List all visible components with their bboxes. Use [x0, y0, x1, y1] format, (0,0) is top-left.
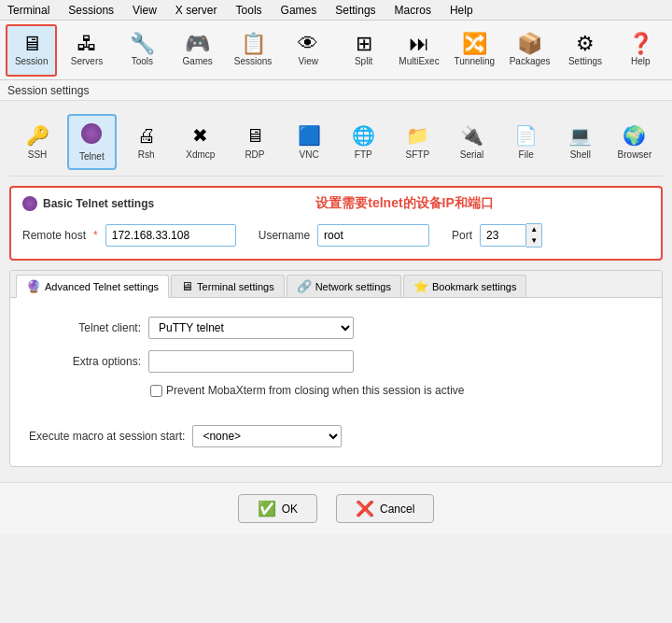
ok-label: OK	[282, 503, 298, 516]
tab-terminal-settings[interactable]: 🖥 Terminal settings	[171, 275, 285, 297]
session-settings-bar: Session settings	[0, 80, 672, 101]
session-type-ssh[interactable]: 🔑 SSH	[13, 114, 62, 170]
toolbar-packages-button[interactable]: 📦 Packages	[504, 24, 555, 77]
toolbar-settings-button[interactable]: ⚙ Settings	[559, 24, 610, 77]
games-icon: 🎮	[185, 34, 210, 54]
port-spinners: ▲ ▼	[526, 223, 542, 248]
cancel-label: Cancel	[380, 503, 414, 516]
ftp-icon: 🌐	[352, 124, 375, 147]
menu-settings[interactable]: Settings	[331, 2, 379, 19]
serial-icon: 🔌	[460, 124, 483, 147]
session-type-vnc[interactable]: 🟦 VNC	[285, 114, 333, 170]
toolbar-multiexec-button[interactable]: ⏭ MultiExec	[393, 24, 444, 77]
rdp-icon: 🖥	[245, 125, 264, 147]
menu-view[interactable]: View	[129, 2, 161, 19]
cancel-icon: ❌	[356, 500, 374, 517]
remote-host-input[interactable]	[105, 224, 236, 247]
basic-settings-dot-icon	[22, 196, 37, 211]
menu-games[interactable]: Games	[277, 2, 321, 19]
prevent-close-label: Prevent MobaXterm from closing when this…	[166, 384, 464, 397]
toolbar-split-button[interactable]: ⊞ Split	[338, 24, 389, 77]
multiexec-icon: ⏭	[409, 34, 429, 54]
tabs-row: 🔮 Advanced Telnet settings 🖥 Terminal se…	[10, 271, 662, 298]
split-icon: ⊞	[356, 34, 372, 54]
telnet-client-row: Telnet client: PuTTY telnet MobaXterm te…	[29, 317, 643, 339]
toolbar-session-button[interactable]: 🖥 Session	[6, 24, 57, 77]
tab-advanced-telnet[interactable]: 🔮 Advanced Telnet settings	[16, 275, 169, 298]
file-icon: 📄	[514, 124, 538, 147]
remote-host-label: Remote host	[22, 229, 86, 242]
toolbar: 🖥 Session 🖧 Servers 🔧 Tools 🎮 Games 📋 Se…	[0, 21, 672, 80]
content-area: 🔑 SSH Telnet 🖨 Rsh ✖ Xdmcp 🖥 RDP 🟦 VNC 🌐…	[0, 101, 672, 474]
toolbar-servers-button[interactable]: 🖧 Servers	[61, 24, 112, 77]
terminal-settings-tab-icon: 🖥	[181, 279, 193, 293]
macro-select[interactable]: <none>	[192, 425, 342, 447]
session-types-row: 🔑 SSH Telnet 🖨 Rsh ✖ Xdmcp 🖥 RDP 🟦 VNC 🌐…	[9, 108, 663, 177]
macro-label: Execute macro at session start:	[29, 430, 185, 443]
network-settings-tab-icon: 🔗	[297, 279, 312, 293]
toolbar-tunneling-button[interactable]: 🔀 Tunneling	[449, 24, 500, 77]
menu-macros[interactable]: Macros	[391, 2, 435, 19]
session-type-rdp[interactable]: 🖥 RDP	[231, 114, 279, 170]
menu-tools[interactable]: Tools	[232, 2, 266, 19]
session-type-telnet[interactable]: Telnet	[67, 114, 116, 170]
session-type-rsh[interactable]: 🖨 Rsh	[122, 114, 171, 170]
tab-network-label: Network settings	[315, 281, 391, 292]
toolbar-help-button[interactable]: ❓ Help	[615, 24, 666, 77]
telnet-label: Telnet	[79, 151, 105, 162]
cancel-button[interactable]: ❌ Cancel	[336, 494, 434, 523]
session-icon: 🖥	[21, 34, 42, 54]
username-label: Username	[259, 229, 310, 242]
telnet-icon	[81, 123, 102, 149]
prevent-close-checkbox[interactable]	[150, 385, 162, 397]
extra-options-label: Extra options:	[29, 355, 141, 368]
tab-network-settings[interactable]: 🔗 Network settings	[287, 275, 401, 297]
session-settings-label: Session settings	[7, 84, 89, 97]
toolbar-session-label: Session	[15, 56, 49, 66]
toolbar-view-button[interactable]: 👁 View	[283, 24, 334, 77]
advanced-section: 🔮 Advanced Telnet settings 🖥 Terminal se…	[9, 270, 663, 467]
port-control: ▲ ▼	[480, 223, 542, 248]
session-type-serial[interactable]: 🔌 Serial	[447, 114, 496, 170]
view-icon: 👁	[298, 34, 318, 54]
basic-settings-title: Basic Telnet settings	[43, 197, 154, 210]
servers-icon: 🖧	[77, 34, 97, 54]
basic-settings-box: Basic Telnet settings 设置需要telnet的设备IP和端口…	[9, 186, 663, 261]
session-type-file[interactable]: 📄 File	[502, 114, 551, 170]
vnc-icon: 🟦	[298, 124, 321, 147]
required-star: *	[93, 229, 98, 242]
toolbar-tools-button[interactable]: 🔧 Tools	[117, 24, 168, 77]
username-input[interactable]	[317, 224, 429, 247]
menu-sessions[interactable]: Sessions	[64, 2, 118, 19]
extra-options-input[interactable]	[148, 350, 354, 373]
ssh-label: SSH	[28, 149, 48, 160]
bottom-bar: ✅ OK ❌ Cancel	[0, 482, 672, 534]
telnet-client-select[interactable]: PuTTY telnet MobaXterm telnet Windows te…	[148, 317, 354, 339]
basic-settings-header: Basic Telnet settings 设置需要telnet的设备IP和端口	[22, 195, 650, 212]
port-input[interactable]	[480, 224, 526, 247]
session-type-browser[interactable]: 🌍 Browser	[610, 114, 659, 170]
menu-terminal[interactable]: Terminal	[4, 2, 53, 19]
advanced-content: Telnet client: PuTTY telnet MobaXterm te…	[10, 298, 662, 466]
menu-help[interactable]: Help	[446, 2, 477, 19]
session-type-shell[interactable]: 💻 Shell	[556, 114, 605, 170]
session-type-xdmcp[interactable]: ✖ Xdmcp	[176, 114, 225, 170]
tools-icon: 🔧	[130, 34, 155, 54]
port-increment-button[interactable]: ▲	[526, 224, 541, 235]
browser-icon: 🌍	[623, 124, 646, 147]
ok-button[interactable]: ✅ OK	[238, 494, 317, 523]
toolbar-games-button[interactable]: 🎮 Games	[172, 24, 223, 77]
extra-options-row: Extra options:	[29, 350, 643, 373]
port-decrement-button[interactable]: ▼	[526, 235, 541, 247]
tab-terminal-label: Terminal settings	[197, 281, 274, 292]
ok-icon: ✅	[258, 500, 276, 517]
tab-bookmark-settings[interactable]: ⭐ Bookmark settings	[403, 275, 526, 297]
toolbar-sessions-button[interactable]: 📋 Sessions	[227, 24, 278, 77]
port-label: Port	[452, 229, 472, 242]
telnet-client-label: Telnet client:	[29, 321, 141, 334]
sftp-icon: 📁	[406, 124, 429, 147]
session-type-sftp[interactable]: 📁 SFTP	[393, 114, 441, 170]
packages-icon: 📦	[517, 34, 542, 54]
menu-xserver[interactable]: X server	[172, 2, 221, 19]
session-type-ftp[interactable]: 🌐 FTP	[339, 114, 387, 170]
